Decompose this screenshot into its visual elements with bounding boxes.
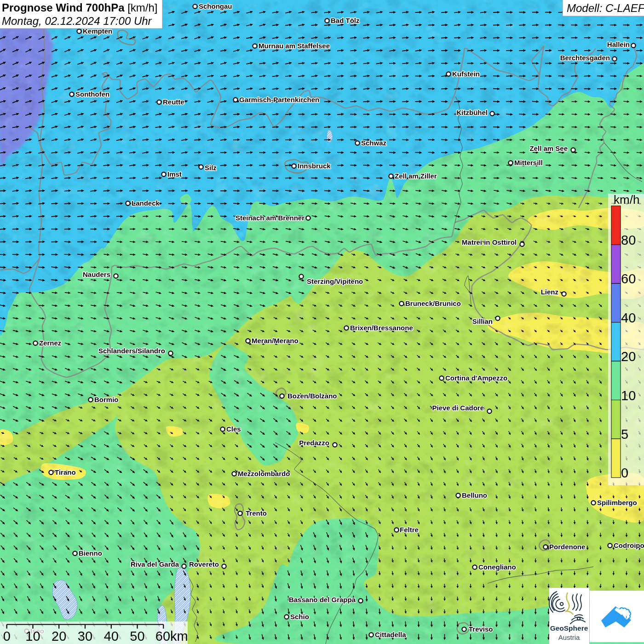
svg-text:Pordenone: Pordenone (549, 543, 585, 551)
svg-text:Treviso: Treviso (469, 625, 493, 633)
svg-text:Mittersill: Mittersill (514, 159, 543, 167)
svg-text:Bruneck/Brunico: Bruneck/Brunico (405, 299, 461, 307)
svg-text:Schongau: Schongau (199, 2, 232, 10)
svg-text:Schwaz: Schwaz (361, 139, 386, 147)
svg-text:20: 20 (621, 349, 636, 364)
svg-text:10: 10 (621, 388, 636, 403)
svg-text:Predazzo: Predazzo (299, 439, 329, 447)
svg-text:Prognose Wind 700hPa [km/h]: Prognose Wind 700hPa [km/h] (2, 1, 158, 14)
svg-text:Murnau am Staffelsee: Murnau am Staffelsee (259, 42, 330, 50)
svg-text:Spilimbergo: Spilimbergo (597, 499, 637, 506)
svg-text:Zernez: Zernez (39, 339, 61, 347)
svg-text:Feltre: Feltre (400, 526, 419, 534)
svg-text:Austria: Austria (558, 633, 580, 641)
svg-text:Sonthofen: Sonthofen (75, 90, 109, 98)
svg-text:Silz: Silz (205, 164, 217, 172)
svg-text:Cortina d'Ampezzo: Cortina d'Ampezzo (445, 374, 507, 382)
svg-text:Kufstein: Kufstein (452, 70, 480, 78)
svg-text:40: 40 (104, 629, 119, 644)
svg-text:0: 0 (621, 466, 628, 480)
svg-text:Zell am Ziller: Zell am Ziller (395, 172, 437, 180)
svg-text:0: 0 (3, 629, 11, 644)
svg-text:Conegliano: Conegliano (478, 563, 516, 571)
svg-text:Steinach am Brenner: Steinach am Brenner (236, 214, 305, 222)
svg-text:Riva del Garda: Riva del Garda (131, 560, 179, 568)
svg-text:Tirano: Tirano (55, 468, 76, 476)
svg-text:Hallein: Hallein (607, 40, 630, 48)
svg-text:Zell am See: Zell am See (529, 144, 568, 152)
svg-text:Codroipo: Codroipo (614, 541, 644, 549)
svg-text:Matrei in Osttirol: Matrei in Osttirol (462, 238, 517, 246)
svg-text:Bormio: Bormio (94, 396, 119, 403)
svg-text:Berchtesgaden: Berchtesgaden (560, 54, 610, 62)
svg-text:Brixen/Bressanone: Brixen/Bressanone (350, 324, 413, 332)
svg-text:Schlanders/Silandro: Schlanders/Silandro (98, 347, 165, 355)
svg-text:Sillian: Sillian (472, 317, 493, 325)
svg-text:60km: 60km (155, 629, 188, 644)
svg-text:50: 50 (130, 629, 144, 644)
svg-text:Pieve di Cadore: Pieve di Cadore (432, 404, 484, 412)
svg-text:Schio: Schio (290, 613, 309, 621)
svg-text:Garmisch-Partenkirchen: Garmisch-Partenkirchen (239, 96, 319, 104)
svg-text:Reutte: Reutte (163, 98, 184, 106)
svg-text:Modell: C-LAEF: Modell: C-LAEF (567, 2, 644, 14)
svg-text:km/h: km/h (614, 193, 639, 207)
svg-text:Bassano del Grappa: Bassano del Grappa (289, 596, 356, 604)
svg-text:40: 40 (621, 310, 636, 325)
svg-text:Imst: Imst (167, 170, 182, 178)
svg-text:Rovereto: Rovereto (189, 560, 219, 568)
svg-text:Kitzbühel: Kitzbühel (457, 109, 488, 116)
svg-text:Cles: Cles (226, 425, 241, 433)
svg-text:Nauders: Nauders (83, 270, 110, 278)
svg-text:Bozen/Bolzano: Bozen/Bolzano (288, 392, 337, 400)
svg-text:Meran/Merano: Meran/Merano (252, 337, 299, 345)
svg-text:Bad Tölz: Bad Tölz (331, 17, 360, 24)
svg-text:Bienno: Bienno (79, 549, 102, 557)
svg-text:Innsbruck: Innsbruck (298, 162, 331, 170)
svg-text:Belluno: Belluno (462, 491, 487, 499)
svg-text:Mezzolombardo: Mezzolombardo (238, 470, 290, 477)
svg-text:Sterzing/Vipiteno: Sterzing/Vipiteno (307, 277, 363, 285)
svg-text:20: 20 (52, 629, 66, 644)
svg-text:Lienz: Lienz (541, 288, 558, 296)
svg-text:Cittadella: Cittadella (375, 631, 406, 638)
svg-text:60: 60 (621, 271, 636, 286)
svg-text:80: 80 (621, 233, 636, 247)
svg-text:Montag, 02.12.2024 17:00 Uhr: Montag, 02.12.2024 17:00 Uhr (2, 15, 152, 27)
svg-text:30: 30 (78, 629, 92, 644)
svg-text:Trento: Trento (246, 509, 267, 517)
svg-text:Landeck: Landeck (132, 199, 160, 207)
svg-text:10: 10 (25, 629, 40, 644)
svg-text:GeoSphere: GeoSphere (550, 624, 588, 632)
svg-text:5: 5 (621, 427, 628, 442)
